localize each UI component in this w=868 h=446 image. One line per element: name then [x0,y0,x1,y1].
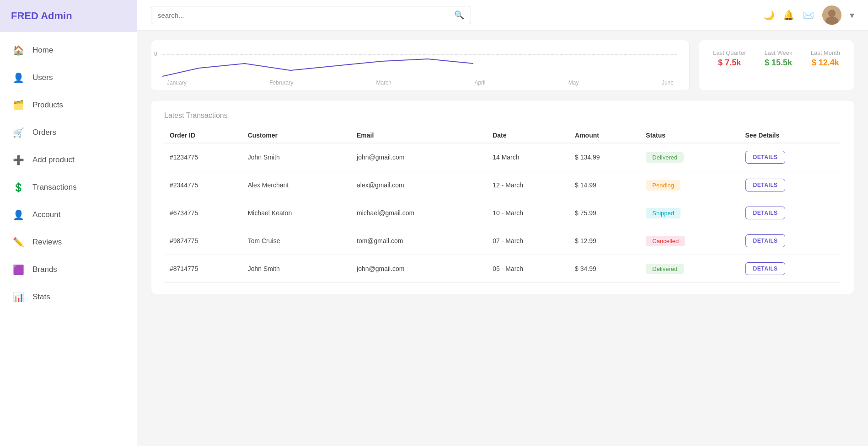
sidebar-item-users[interactable]: 👤 Users [0,64,137,91]
last-week-label: Last Week [764,49,792,56]
table-header-row: Order IDCustomerEmailDateAmountStatusSee… [164,128,841,143]
status-badge: Pending [646,180,680,191]
table-column-header: See Details [740,128,841,143]
sidebar-item-label-reviews: Reviews [32,238,62,247]
transactions-card: Latest Transactions Order IDCustomerEmai… [151,100,854,294]
sidebar-item-reviews[interactable]: ✏️ Reviews [0,228,137,256]
table-cell-status: Cancelled [640,227,739,255]
sidebar-nav: 🏠 Home 👤 Users 🗂️ Products 🛒 Orders ➕ Ad… [0,37,137,311]
table-cell-date: 05 - March [487,255,569,283]
sidebar-item-stats[interactable]: 📊 Stats [0,283,137,311]
table-cell-amount: $ 75.99 [569,199,640,227]
table-cell-details: DETAILS [740,143,841,171]
status-badge: Shipped [646,208,680,218]
transactions-table: Order IDCustomerEmailDateAmountStatusSee… [164,128,841,283]
table-cell-date: 10 - March [487,199,569,227]
table-cell-email: john@gmail.com [351,255,487,283]
top-section: 0 JanuaryFebruraryMarchAprilMayJune Last… [151,40,854,91]
details-button[interactable]: DETAILS [745,234,786,247]
chart-month-label: Februrary [269,80,293,86]
transactions-title: Latest Transactions [164,112,841,120]
table-cell-customer: John Smith [242,255,351,283]
table-cell-details: DETAILS [740,255,841,283]
sidebar-item-orders[interactable]: 🛒 Orders [0,119,137,146]
table-cell-order_id: #1234775 [164,143,242,171]
stats-card: Last Quarter $ 7.5k Last Week $ 15.5k La… [699,40,854,91]
search-icon: 🔍 [454,10,464,20]
status-badge: Delivered [646,264,684,274]
table-row: #9874775Tom Cruisetom@gmail.com07 - Marc… [164,227,841,255]
last-month-item: Last Month $ 12.4k [811,49,840,68]
table-row: #6734775Michael Keatonmichael@gmail.com1… [164,199,841,227]
dropdown-icon[interactable]: ▾ [850,10,854,21]
table-cell-email: john@gmail.com [351,143,487,171]
chart-month-label: March [376,80,391,86]
sidebar-item-home[interactable]: 🏠 Home [0,37,137,64]
table-cell-amount: $ 14.99 [569,171,640,199]
search-input[interactable] [158,11,454,19]
chart-month-label: April [474,80,485,86]
sidebar-item-brands[interactable]: 🟪 Brands [0,256,137,283]
table-cell-email: tom@gmail.com [351,227,487,255]
period-row: Last Quarter $ 7.5k Last Week $ 15.5k La… [713,49,840,68]
status-badge: Delivered [646,152,684,163]
avatar[interactable] [822,5,841,25]
details-button[interactable]: DETAILS [745,179,786,191]
chart-month-label: January [167,80,187,86]
chart-month-label: May [568,80,579,86]
mail-icon[interactable]: ✉️ [803,10,814,21]
chart-line: 0 [162,54,678,77]
last-quarter-value: $ 7.5k [713,58,746,68]
details-button[interactable]: DETAILS [745,207,786,219]
sidebar: FRED Admin 🏠 Home 👤 Users 🗂️ Products 🛒 … [0,0,137,446]
last-quarter-item: Last Quarter $ 7.5k [713,49,746,68]
table-head: Order IDCustomerEmailDateAmountStatusSee… [164,128,841,143]
table-cell-status: Delivered [640,255,739,283]
sidebar-item-label-products: Products [32,101,63,110]
last-month-label: Last Month [811,49,840,56]
table-column-header: Email [351,128,487,143]
brands-icon: 🟪 [13,264,24,275]
account-icon: 👤 [13,209,24,220]
details-button[interactable]: DETAILS [745,262,786,275]
sidebar-item-add-product[interactable]: ➕ Add product [0,146,137,174]
last-month-value: $ 12.4k [811,58,840,68]
table-cell-order_id: #2344775 [164,171,242,199]
table-cell-date: 14 March [487,143,569,171]
reviews-icon: ✏️ [13,237,24,248]
table-row: #1234775John Smithjohn@gmail.com14 March… [164,143,841,171]
search-bar[interactable]: 🔍 [151,6,471,24]
last-week-item: Last Week $ 15.5k [764,49,792,68]
sidebar-item-products[interactable]: 🗂️ Products [0,91,137,119]
table-cell-date: 12 - March [487,171,569,199]
status-badge: Cancelled [646,236,685,246]
sidebar-item-label-home: Home [32,46,53,55]
sidebar-item-account[interactable]: 👤 Account [0,201,137,228]
table-cell-status: Shipped [640,199,739,227]
sidebar-item-label-account: Account [32,210,60,219]
table-cell-amount: $ 12.99 [569,227,640,255]
sidebar-item-label-brands: Brands [32,265,57,274]
home-icon: 🏠 [13,45,24,56]
table-cell-order_id: #8714775 [164,255,242,283]
table-cell-amount: $ 134.99 [569,143,640,171]
details-button[interactable]: DETAILS [745,151,786,164]
header-right: 🌙 🔔 ✉️ ▾ [763,5,854,25]
table-row: #8714775John Smithjohn@gmail.com05 - Mar… [164,255,841,283]
table-column-header: Amount [569,128,640,143]
table-column-header: Date [487,128,569,143]
table-cell-details: DETAILS [740,227,841,255]
last-week-value: $ 15.5k [764,58,792,68]
moon-icon[interactable]: 🌙 [763,10,775,21]
sidebar-item-transactions[interactable]: 💲 Transactions [0,174,137,201]
table-cell-amount: $ 34.99 [569,255,640,283]
transactions-icon: 💲 [13,182,24,193]
chart-months: JanuaryFebruraryMarchAprilMayJune [162,80,678,86]
products-icon: 🗂️ [13,100,24,111]
table-row: #2344775Alex Merchantalex@gmail.com12 - … [164,171,841,199]
table-cell-order_id: #6734775 [164,199,242,227]
table-cell-customer: Tom Cruise [242,227,351,255]
chart-card: 0 JanuaryFebruraryMarchAprilMayJune [151,40,690,91]
notification-icon[interactable]: 🔔 [783,10,794,21]
sidebar-item-label-users: Users [32,73,53,82]
